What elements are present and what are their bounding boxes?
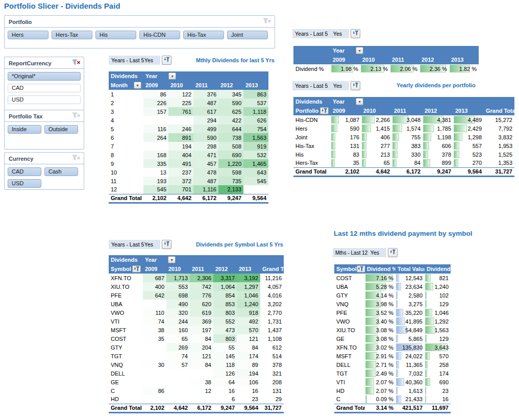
grand-total-cell: 9,564 [453, 167, 484, 176]
row-label: TGT [109, 352, 143, 360]
year-field-header: Year▼ [331, 97, 514, 106]
page-title: Portfolio Slicer - Dividends Paid [4, 2, 120, 10]
year-dropdown-button[interactable]: ▼ [356, 98, 363, 105]
row-label: GE [109, 378, 143, 386]
filter-funnel-icon[interactable] [162, 240, 171, 249]
value-cell: 13 [143, 168, 168, 177]
table-row: C0.09 %21,43316 [334, 395, 451, 404]
row-total-cell: 3,832 [484, 133, 514, 141]
clear-filter-icon[interactable] [71, 59, 81, 67]
portfolio-sort-filter-button[interactable] [320, 107, 329, 114]
value-cell: 508 [218, 142, 243, 151]
value-cell: 2,266 [361, 115, 392, 124]
value-cell: 335 [143, 159, 168, 168]
year-dropdown-button[interactable]: ▼ [356, 47, 363, 54]
value-cell: 499 [193, 125, 218, 133]
clear-filter-icon[interactable] [262, 18, 271, 26]
slicer-button-hers-tax[interactable]: Hers-Tax [52, 31, 92, 39]
funnel-glyph [164, 57, 170, 63]
year-dropdown-button[interactable]: ▼ [168, 256, 176, 263]
slicer-button-his-tax[interactable]: His-Tax [183, 31, 224, 39]
value-cell: 701 [168, 185, 193, 194]
dividend-pct-cell: 2.07 % [365, 378, 396, 386]
table-row: HD2.07 %1,61323 [334, 386, 451, 395]
filter-funnel-icon[interactable] [351, 29, 360, 38]
grand-total-cell: 9,564 [243, 194, 268, 203]
value-cell: 690 [218, 151, 243, 159]
slicer-button-usd[interactable]: USD [8, 179, 41, 188]
grand-total-cell: 6,172 [193, 194, 218, 203]
value-cell: 74 [143, 317, 166, 326]
value-cell: 523 [453, 150, 484, 159]
year-dropdown-button[interactable]: ▼ [168, 72, 176, 80]
value-cell: 742 [190, 282, 213, 291]
row-label: GTY [109, 343, 143, 352]
slicer-button-cad[interactable]: CAD [8, 167, 41, 176]
grand-total-cell: 4,642 [168, 194, 193, 203]
value-cell [190, 369, 213, 378]
value-cell: 626 [243, 116, 268, 125]
value-cell: 492 [237, 317, 260, 326]
slicer-button-his[interactable]: His [95, 31, 136, 39]
month-dropdown-button[interactable]: ▼ [134, 82, 141, 89]
row-label: 6 [109, 133, 143, 142]
symbol-sort-filter-button[interactable] [357, 265, 365, 273]
slicer-currency-items: CADCashUSD [5, 164, 84, 190]
filter-funnel-icon[interactable] [388, 248, 398, 257]
slicer-button-joint[interactable]: Joint [227, 31, 268, 39]
value-cell: 545 [243, 177, 268, 185]
symbol-sort-filter-button[interactable] [132, 265, 141, 273]
value-cell: 490 [166, 300, 190, 308]
clear-filter-icon[interactable] [71, 112, 81, 120]
row-label: XFN.TO [109, 274, 143, 282]
grand-total-label: Grand Total [334, 404, 365, 412]
report-filter-label: Years - Last 5 [111, 241, 144, 248]
value-cell: 1,298 [453, 133, 484, 141]
value-cell: 644 [218, 125, 243, 133]
symbol-cell: VWO [334, 317, 365, 326]
value-cell: 1,118 [243, 107, 268, 116]
slicer-button-usd[interactable]: USD [8, 95, 81, 104]
value-cell [143, 343, 166, 352]
value-cell: 738 [218, 133, 243, 142]
slicer-button-inside[interactable]: Inside [8, 125, 41, 134]
value-cell: 194 [237, 369, 260, 378]
year-column-header: 2012 [213, 264, 237, 274]
value-cell: 457 [193, 159, 218, 168]
report-filter-field: Years - Last 5 Yes [109, 240, 160, 249]
slicer-button-his-cdn[interactable]: His-CDN [139, 31, 180, 39]
value-cell: 1,713 [166, 274, 190, 282]
table-row: Joint1764067551,1981,2983,832 [293, 133, 514, 141]
year-column-header: 2011 [390, 55, 419, 64]
slicer-button-outside[interactable]: Outside [44, 125, 78, 134]
filter-funnel-icon[interactable] [162, 56, 171, 65]
row-label: DELL [109, 369, 143, 378]
slicer-button-cash[interactable]: Cash [44, 167, 78, 176]
value-cell: 16 [237, 386, 260, 395]
funnel-glyph [322, 108, 328, 114]
value-cell: 491 [168, 159, 193, 168]
row-total-cell: 1,353 [484, 159, 514, 167]
slicer-portfolio-header: Portfolio [5, 16, 275, 28]
value-cell: 570 [237, 326, 260, 334]
value-cell: 174 [237, 352, 260, 360]
value-cell: 853 [213, 300, 237, 308]
grand-total-cell: 6,172 [190, 404, 213, 412]
value-cell: 590 [218, 98, 243, 107]
slicer-currency-title: Currency [9, 156, 33, 162]
value-cell: 545 [143, 185, 168, 194]
grand-total-row: Grand Total3.14 %421,51711,697 [334, 404, 451, 412]
slicer-button-cad[interactable]: CAD [8, 84, 81, 92]
funnel-glyph [353, 30, 359, 36]
slicer-button-hers[interactable]: Hers [8, 31, 48, 39]
section-title-last12: Last 12 mths dividend payment by symbol [334, 230, 473, 237]
table-row: 8168404471690532 [109, 151, 268, 159]
pivot-corner-label: Dividends [109, 255, 143, 264]
clear-filter-icon[interactable] [71, 155, 81, 162]
symbol-cell: XFN.TO [334, 343, 365, 352]
row-label: His-Tax [293, 141, 331, 150]
filter-funnel-icon[interactable] [351, 81, 360, 90]
year-column-header: 2012 [419, 55, 449, 64]
value-cell: 38 [143, 326, 166, 334]
slicer-button-original[interactable]: *Original* [8, 72, 81, 81]
